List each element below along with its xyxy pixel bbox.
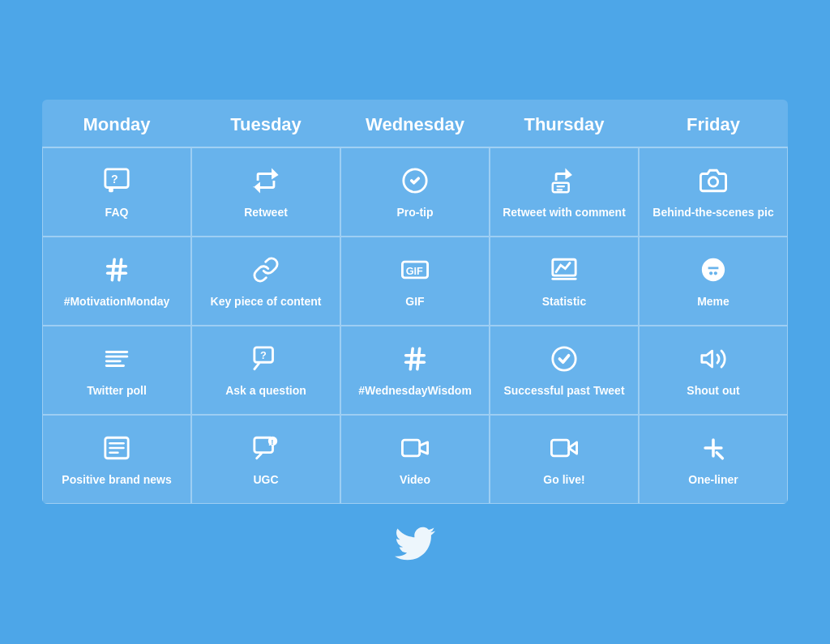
body-grid: ?FAQRetweetPro-tipRetweet with commentBe… bbox=[42, 147, 788, 504]
svg-text:GIF: GIF bbox=[406, 265, 423, 277]
cell-1-0: #MotivationMonday bbox=[42, 237, 191, 326]
live-icon bbox=[550, 434, 578, 466]
calendar-grid: MondayTuesdayWednesdayThursdayFriday ?FA… bbox=[42, 100, 788, 504]
footer bbox=[42, 527, 788, 561]
cell-label-1-0: #MotivationMonday bbox=[64, 294, 170, 309]
cell-label-2-0: Twitter poll bbox=[87, 383, 147, 398]
faq-icon: ? bbox=[103, 167, 130, 198]
oneliner-icon bbox=[700, 434, 727, 466]
cell-label-3-4: One-liner bbox=[688, 472, 738, 487]
cell-label-0-3: Retweet with comment bbox=[503, 205, 626, 220]
cell-0-1: Retweet bbox=[191, 147, 340, 237]
svg-text:!: ! bbox=[271, 438, 273, 446]
cell-0-3: Retweet with comment bbox=[490, 147, 639, 237]
cell-label-1-2: GIF bbox=[405, 294, 424, 309]
svg-rect-4 bbox=[553, 183, 569, 192]
retweet-comment-icon bbox=[550, 167, 578, 198]
cell-2-1: ?Ask a question bbox=[191, 326, 340, 415]
shoutout-icon bbox=[700, 345, 727, 377]
hashtag-icon bbox=[103, 256, 130, 288]
cell-label-3-2: Video bbox=[400, 472, 430, 487]
svg-line-37 bbox=[717, 453, 722, 458]
cell-1-4: Meme bbox=[639, 237, 788, 326]
cell-1-1: Key piece of content bbox=[191, 237, 340, 326]
cell-label-2-4: Shout out bbox=[687, 383, 739, 398]
news-icon bbox=[103, 434, 130, 466]
svg-line-22 bbox=[410, 349, 413, 370]
cell-label-1-1: Key piece of content bbox=[211, 294, 322, 309]
protip-icon bbox=[401, 167, 429, 198]
video-icon bbox=[401, 434, 429, 466]
twitter-bird-icon bbox=[395, 527, 435, 561]
cell-label-1-4: Meme bbox=[697, 294, 729, 309]
svg-line-8 bbox=[112, 260, 114, 281]
cell-3-2: Video bbox=[340, 415, 490, 504]
question-icon: ? bbox=[252, 345, 280, 377]
link-icon bbox=[252, 256, 280, 288]
cell-3-3: Go live! bbox=[490, 415, 639, 504]
cell-2-3: Successful past Tweet bbox=[490, 326, 639, 415]
cell-3-0: Positive brand news bbox=[42, 415, 191, 504]
header-monday: Monday bbox=[42, 100, 191, 147]
ugc-icon: !! bbox=[252, 434, 280, 466]
cell-label-0-4: Behind-the-scenes pic bbox=[652, 205, 773, 220]
svg-line-23 bbox=[417, 349, 420, 370]
camera-icon bbox=[700, 167, 727, 198]
main-container: MondayTuesdayWednesdayThursdayFriday ?FA… bbox=[18, 51, 812, 593]
cell-label-3-3: Go live! bbox=[543, 472, 584, 487]
cell-0-2: Pro-tip bbox=[340, 147, 490, 237]
cell-2-2: #WednesdayWisdom bbox=[340, 326, 490, 415]
cell-2-0: Twitter poll bbox=[42, 326, 191, 415]
svg-text:?: ? bbox=[260, 349, 267, 361]
cell-label-3-1: UGC bbox=[253, 472, 278, 487]
meme-icon bbox=[700, 256, 727, 288]
svg-point-5 bbox=[708, 177, 717, 186]
cell-1-2: GIFGIF bbox=[340, 237, 490, 326]
cell-1-3: Statistic bbox=[490, 237, 639, 326]
cell-label-0-0: FAQ bbox=[105, 205, 129, 220]
cell-label-0-2: Pro-tip bbox=[396, 205, 433, 220]
svg-rect-34 bbox=[551, 440, 568, 456]
header-friday: Friday bbox=[639, 100, 788, 147]
cell-label-2-2: #WednesdayWisdom bbox=[358, 383, 472, 398]
header-thursday: Thursday bbox=[490, 100, 639, 147]
cell-0-0: ?FAQ bbox=[42, 147, 191, 237]
cell-label-2-1: Ask a question bbox=[225, 383, 306, 398]
header-wednesday: Wednesday bbox=[340, 100, 490, 147]
cell-3-1: !!UGC bbox=[191, 415, 340, 504]
header-tuesday: Tuesday bbox=[191, 100, 340, 147]
poll-icon bbox=[103, 345, 130, 377]
hashtag-icon bbox=[401, 345, 429, 377]
cell-label-1-3: Statistic bbox=[542, 294, 586, 309]
retweet-icon bbox=[252, 167, 280, 198]
svg-rect-33 bbox=[402, 440, 419, 456]
svg-line-9 bbox=[119, 260, 122, 281]
cell-label-2-3: Successful past Tweet bbox=[503, 383, 624, 398]
svg-rect-2 bbox=[109, 188, 113, 193]
header-row: MondayTuesdayWednesdayThursdayFriday bbox=[42, 100, 788, 147]
cell-3-4: One-liner bbox=[639, 415, 788, 504]
cell-2-4: Shout out bbox=[639, 326, 788, 415]
cell-0-4: Behind-the-scenes pic bbox=[639, 147, 788, 237]
cell-label-0-1: Retweet bbox=[244, 205, 288, 220]
svg-text:?: ? bbox=[111, 173, 118, 186]
gif-icon: GIF bbox=[401, 256, 429, 288]
cell-label-3-0: Positive brand news bbox=[62, 472, 171, 487]
statistic-icon bbox=[550, 256, 578, 288]
check-icon bbox=[550, 345, 578, 377]
